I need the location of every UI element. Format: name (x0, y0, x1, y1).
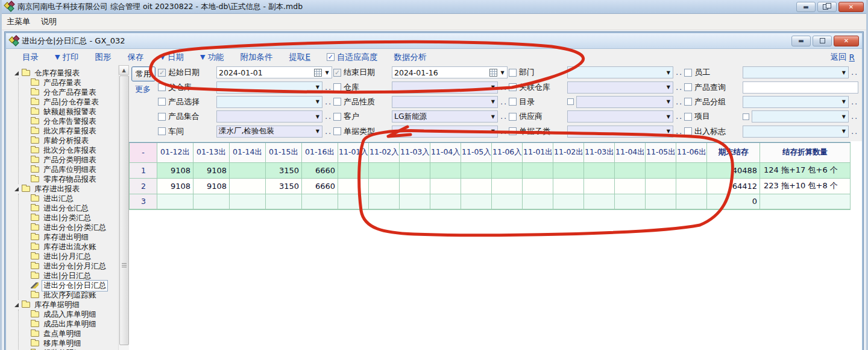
toolbar-item-图形[interactable]: 图形 (95, 52, 111, 63)
dropdown-arrow-icon[interactable]: ▼ (664, 70, 673, 75)
cell[interactable] (338, 194, 369, 209)
tree-item[interactable]: 进出|分月汇总 (19, 252, 118, 261)
cell[interactable] (676, 194, 707, 209)
toolbar-item-功能[interactable]: ▼功能 (200, 52, 224, 63)
dropdown-arrow-icon[interactable]: ▼ (313, 114, 322, 119)
tree-group-库存单据明细[interactable]: 库存单据明细 (6, 300, 118, 310)
cell[interactable] (338, 178, 369, 194)
tree-item[interactable]: 产品库位明细表 (19, 165, 118, 174)
column-header-11-06入[interactable]: 11-06入 (492, 142, 523, 162)
tree-group-仓库存量报表[interactable]: 仓库存量报表 (6, 68, 118, 78)
column-header-01-12出[interactable]: 01-12出 (157, 142, 193, 162)
dropdown-arrow-icon[interactable]: ▼ (488, 84, 497, 90)
warehouse-dropdown[interactable]: ▼ (392, 81, 498, 94)
tree-item[interactable]: 批次序列追踪账 (19, 290, 118, 300)
restore-button[interactable] (817, 2, 837, 12)
cell[interactable] (369, 194, 400, 209)
tree-item[interactable]: 进出分仓汇总 (19, 203, 118, 213)
supplier-dropdown[interactable]: ▼ (567, 110, 673, 122)
supplier-checkbox[interactable] (509, 113, 517, 121)
column-header-01-15出[interactable]: 01-15出 (266, 142, 302, 162)
cell[interactable] (523, 178, 553, 194)
cell[interactable]: 9108 (157, 162, 193, 178)
cell[interactable] (400, 194, 430, 209)
cell[interactable] (492, 162, 523, 178)
doc-type-dropdown[interactable]: ▼ (392, 126, 498, 138)
product-query-checkbox[interactable] (684, 83, 692, 91)
toolbar-item-提取[interactable]: 提取E (289, 52, 310, 63)
customer-checkbox[interactable] (333, 113, 341, 121)
column-header-期末结存[interactable]: 期末结存 (707, 142, 760, 162)
cell[interactable] (646, 162, 676, 178)
cell[interactable] (553, 178, 584, 194)
tree-item[interactable]: 缺额超额报警表 (19, 107, 118, 116)
cell[interactable] (193, 194, 230, 209)
product-select-dropdown[interactable]: ▼ (216, 96, 322, 108)
employee-checkbox[interactable] (684, 69, 692, 77)
doc-subtype-dropdown[interactable]: ▼ (567, 126, 673, 138)
child-minimize-button[interactable]: ▬ (791, 36, 811, 46)
common-button[interactable]: 常用 (131, 66, 156, 81)
cell[interactable]: 3150 (266, 178, 302, 194)
catalog-checkbox[interactable] (509, 98, 517, 106)
cell[interactable] (338, 162, 369, 178)
tree-item[interactable]: 产品存量表 (19, 78, 118, 88)
cell[interactable] (646, 178, 676, 194)
customer-dropdown[interactable]: LG新能源▼ (392, 110, 498, 122)
dropdown-arrow-icon[interactable]: ▼ (839, 70, 848, 75)
department-checkbox[interactable] (509, 69, 517, 77)
cell[interactable] (400, 162, 430, 178)
cell[interactable] (646, 194, 676, 209)
cell[interactable]: 223 拖+10 包+8 个 (760, 178, 851, 194)
cell[interactable]: 3150 (266, 162, 302, 178)
cell[interactable]: 124 拖+17 包+6 个 (760, 162, 851, 178)
cell[interactable] (492, 178, 523, 194)
parent-warehouse-dropdown[interactable]: ▼ (216, 81, 322, 94)
cell[interactable] (369, 178, 400, 194)
row-number[interactable]: 3 (130, 194, 157, 209)
inout-flag-dropdown[interactable]: ▼ (743, 126, 849, 138)
column-header-11-05入[interactable]: 11-05入 (461, 142, 492, 162)
cell[interactable] (461, 194, 492, 209)
dropdown-arrow-icon[interactable]: ▼ (488, 114, 497, 119)
dropdown-arrow-icon[interactable]: ▼ (839, 99, 848, 104)
inout-flag-more-dots[interactable]: .. (851, 127, 858, 136)
product-select-checkbox[interactable] (158, 98, 166, 106)
column-header-11-06出[interactable]: 11-06出 (676, 142, 707, 162)
workshop-checkbox[interactable] (158, 127, 166, 135)
tree-item[interactable]: 成品入库单明细 (19, 310, 118, 319)
product-group-dropdown[interactable]: ▼ (743, 96, 849, 108)
dropdown-arrow-icon[interactable]: ▼ (664, 84, 673, 90)
product-nature-more-dots[interactable]: .. (500, 98, 508, 106)
table-row-2[interactable]: 2910891083150666064412223 拖+10 包+8 个 (130, 178, 851, 194)
column-header-11-04入[interactable]: 11-04入 (430, 142, 461, 162)
end-date-date-field[interactable]: 2024-01-16▼ (392, 66, 508, 78)
cell[interactable] (523, 162, 553, 178)
cell[interactable]: 9108 (157, 178, 193, 194)
cell[interactable] (584, 194, 615, 209)
menu-help[interactable]: 说明 (41, 16, 57, 27)
dropdown-arrow-icon[interactable]: ▼ (664, 99, 673, 104)
child-maximize-button[interactable] (813, 36, 832, 46)
tree-item[interactable]: 分仓库告警报表 (19, 116, 118, 126)
dropdown-arrow-icon[interactable]: ▼ (313, 84, 322, 90)
product-select-more-dots[interactable]: .. (325, 98, 332, 106)
cell[interactable] (266, 194, 302, 209)
cell[interactable]: 0 (707, 194, 760, 209)
table-row-1[interactable]: 1910891083150666040488124 拖+17 包+6 个 (130, 162, 851, 178)
cell[interactable] (584, 178, 615, 194)
dropdown-arrow-icon[interactable]: ▼ (664, 114, 673, 119)
back-button[interactable]: 返回R (831, 52, 855, 63)
linked-warehouse-dropdown[interactable]: ▼ (567, 81, 673, 94)
cell[interactable]: 6660 (302, 178, 338, 194)
project-checkbox[interactable] (684, 113, 692, 121)
project-dropdown[interactable]: ▼ (752, 110, 849, 122)
tree-item[interactable]: 零库存物品报表 (19, 174, 118, 184)
more-link[interactable]: 更多 (135, 84, 151, 95)
column-header-01-14出[interactable]: 01-14出 (230, 142, 266, 162)
cell[interactable] (430, 194, 461, 209)
tree-item[interactable]: 进出分仓|分月汇总 (19, 261, 118, 271)
toolbar-item-打印[interactable]: ▼打印 (55, 52, 78, 63)
child-close-button[interactable]: ✕ (834, 36, 859, 46)
product-set-dropdown[interactable]: ▼ (216, 110, 322, 122)
